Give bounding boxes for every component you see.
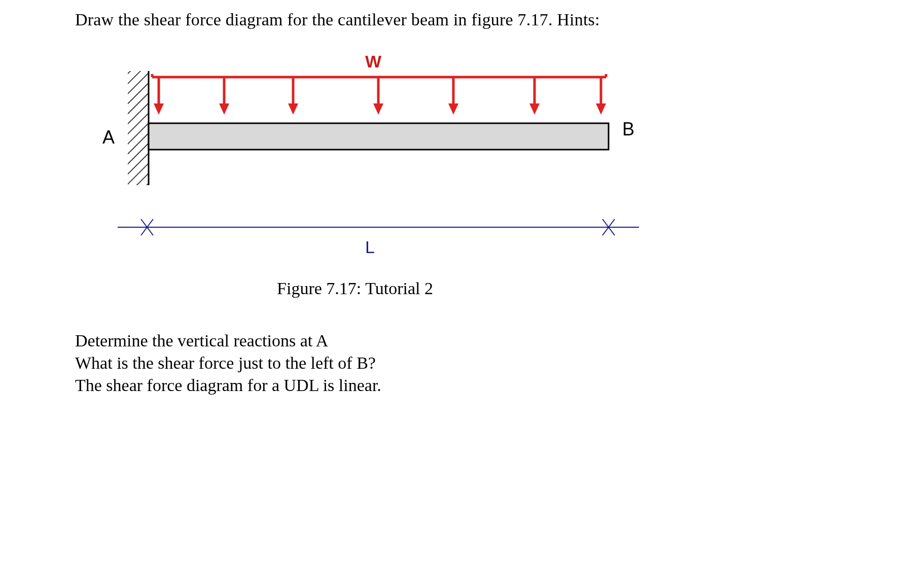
udl-arrow [288, 77, 298, 115]
svg-marker-10 [219, 103, 229, 115]
svg-marker-8 [154, 103, 164, 115]
hint-line: The shear force diagram for a UDL is lin… [75, 374, 381, 397]
udl-arrow [154, 77, 164, 115]
svg-marker-14 [373, 103, 383, 115]
udl-arrow [529, 77, 540, 115]
dimension-line [118, 219, 639, 235]
svg-marker-16 [448, 103, 458, 115]
udl-arrow [596, 77, 606, 115]
svg-marker-12 [288, 103, 298, 115]
figure-area: W A B L Figure 7.17: Tutorial 2 [0, 0, 924, 565]
hint-line: Determine the vertical reactions at A [75, 330, 381, 352]
beam [149, 123, 609, 150]
figure-caption: Figure 7.17: Tutorial 2 [0, 279, 710, 298]
udl-arrow [219, 77, 229, 115]
svg-rect-3 [149, 123, 609, 150]
svg-marker-18 [529, 103, 540, 115]
point-label-b: B [622, 119, 634, 140]
udl-load [152, 74, 606, 115]
udl-arrow [373, 77, 383, 115]
span-label-l: L [365, 237, 375, 257]
hints-block: Determine the vertical reactions at A Wh… [75, 330, 381, 397]
point-label-a: A [102, 127, 115, 148]
udl-arrow [448, 77, 458, 115]
hint-line: What is the shear force just to the left… [75, 352, 381, 374]
svg-marker-20 [596, 103, 606, 115]
fixed-support-icon [128, 71, 149, 185]
svg-rect-1 [128, 71, 148, 185]
load-label-w: W [365, 52, 381, 72]
page: Draw the shear force diagram for the can… [0, 0, 924, 565]
